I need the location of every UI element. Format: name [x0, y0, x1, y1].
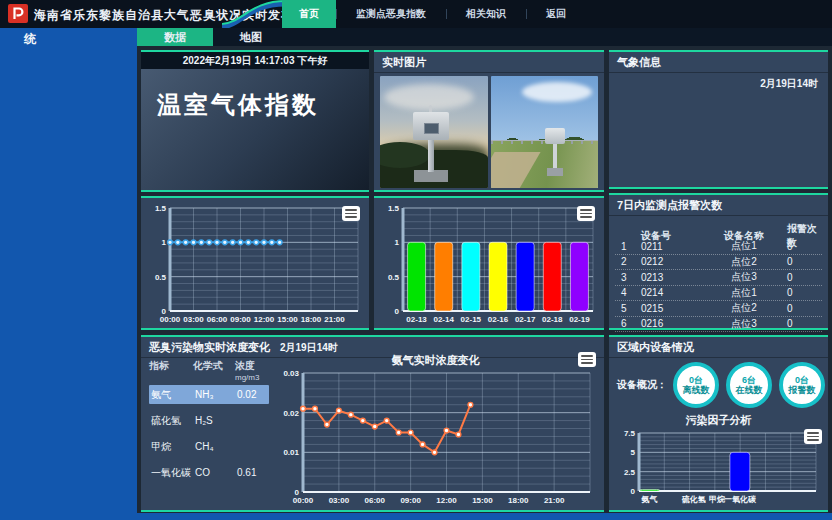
svg-text:一氧化碳: 一氧化碳 [724, 495, 757, 504]
view-tabs: 数据 地图 [137, 28, 289, 46]
svg-text:1.5: 1.5 [388, 204, 400, 213]
svg-text:06:00: 06:00 [207, 315, 228, 324]
devices-panel-title: 区域内设备情况 [609, 337, 828, 358]
svg-text:7.5: 7.5 [624, 429, 636, 438]
svg-text:15:00: 15:00 [472, 496, 493, 505]
pollutant-row-ch4[interactable]: 甲烷 CH₄ [149, 437, 269, 456]
pollutant-row-nh3[interactable]: 氨气 NH₃ 0.02 [149, 385, 269, 404]
nh3-chart-title: 氨气实时浓度变化 [273, 353, 598, 368]
svg-text:12:00: 12:00 [436, 496, 457, 505]
weather-panel-title: 气象信息 [609, 52, 828, 73]
svg-text:00:00: 00:00 [160, 315, 181, 324]
device-overview-label: 设备概况： [609, 378, 673, 392]
svg-text:03:00: 03:00 [329, 496, 350, 505]
table-row: 10211 点位10 [615, 239, 822, 255]
pollutant-table: 指标 化学式 浓度 mg/m3 氨气 NH₃ 0.02 硫化氢 H₂S 甲烷 C… [149, 359, 269, 489]
realtime-photos-panel: 实时图片 [374, 50, 604, 192]
table-row: 40214 点位10 [615, 286, 822, 302]
svg-text:0: 0 [631, 487, 636, 496]
alarm-table-header: 设备号 设备名称 报警次数 [615, 222, 822, 239]
svg-text:09:00: 09:00 [400, 496, 421, 505]
svg-text:0.02: 0.02 [283, 409, 299, 418]
device-overview: 设备概况： 0台 离线数 6台 在线数 0台 报警数 [609, 359, 828, 411]
datetime-bar: 2022年2月19日 14:17:03 下午好 [141, 52, 369, 69]
nav-item-back[interactable]: 返回 [526, 0, 586, 28]
svg-text:1.5: 1.5 [155, 204, 167, 213]
pollutant-unit: mg/m3 [149, 373, 269, 382]
greenhouse-index-panel: 2022年2月19日 14:17:03 下午好 温室气体指数 [141, 50, 369, 192]
online-count-badge: 6台 在线数 [726, 362, 772, 408]
svg-text:02-16: 02-16 [488, 315, 509, 324]
pollutant-row-co[interactable]: 一氧化碳 CO 0.61 [149, 463, 269, 482]
svg-text:5: 5 [631, 448, 636, 457]
pollutant-row-h2s[interactable]: 硫化氢 H₂S [149, 411, 269, 430]
svg-text:09:00: 09:00 [230, 315, 251, 324]
station-photo-2 [491, 76, 599, 188]
svg-text:0.5: 0.5 [388, 273, 400, 282]
pollutant-table-header: 指标 化学式 浓度 [149, 359, 269, 373]
svg-text:1: 1 [162, 238, 167, 247]
alarm-counts-panel: 7日内监测点报警次数 设备号 设备名称 报警次数 10211 点位10 2021… [609, 193, 828, 330]
alarm-panel-title: 7日内监测点报警次数 [609, 195, 828, 216]
alarm-count-badge: 0台 报警数 [779, 362, 825, 408]
title-wrap-text: 统 [24, 31, 36, 48]
greenhouse-index-title: 温室气体指数 [157, 89, 369, 121]
main-nav: 首页 监测点恶臭指数 相关知识 返回 [282, 0, 586, 28]
svg-text:02-19: 02-19 [569, 315, 590, 324]
alarm-table: 设备号 设备名称 报警次数 10211 点位10 20212 点位20 3021… [609, 216, 828, 332]
weather-info-panel: 气象信息 2月19日14时 [609, 50, 828, 189]
greenhouse-index-chart-panel: 00.511.500:0003:0006:0009:0012:0015:0018… [141, 196, 369, 330]
svg-text:1: 1 [395, 238, 400, 247]
photo-row [374, 73, 604, 191]
svg-text:2.5: 2.5 [624, 468, 636, 477]
chart-toolbox-icon[interactable] [578, 352, 596, 367]
daily-index-chart-panel: 00.511.502-1302-1402-1502-1602-1702-1802… [374, 196, 604, 330]
table-row: 30213 点位30 [615, 270, 822, 286]
table-row: 50215 点位20 [615, 301, 822, 317]
pollution-factor-chart: 02.557.5氨气硫化氢甲烷一氧化碳 [613, 427, 824, 505]
svg-text:02-13: 02-13 [406, 315, 427, 324]
daily-index-chart: 00.511.502-1302-1402-1502-1602-1702-1802… [377, 202, 601, 325]
svg-text:0.01: 0.01 [283, 448, 299, 457]
svg-text:12:00: 12:00 [254, 315, 275, 324]
chart-toolbox-icon[interactable] [577, 206, 595, 221]
chart-toolbox-icon[interactable] [804, 429, 822, 444]
svg-text:0: 0 [395, 307, 400, 316]
svg-text:02-17: 02-17 [515, 315, 536, 324]
svg-text:00:00: 00:00 [293, 496, 314, 505]
photos-panel-title: 实时图片 [374, 52, 604, 73]
svg-text:18:00: 18:00 [301, 315, 322, 324]
nav-item-odor-index[interactable]: 监测点恶臭指数 [336, 0, 446, 28]
nav-item-home[interactable]: 首页 [282, 0, 336, 28]
tab-data[interactable]: 数据 [137, 28, 213, 46]
table-row: 60216 点位30 [615, 317, 822, 333]
svg-text:02-14: 02-14 [433, 315, 454, 324]
pollutants-panel-title: 恶臭污染物实时浓度变化 [149, 340, 270, 355]
swoosh-decoration [222, 0, 286, 28]
svg-text:氨气: 氨气 [641, 495, 658, 504]
pollutants-realtime-panel: 恶臭污染物实时浓度变化 2月19日14时 指标 化学式 浓度 mg/m3 氨气 … [141, 335, 604, 512]
factor-analysis-title: 污染因子分析 [609, 413, 828, 428]
greenhouse-index-chart: 00.511.500:0003:0006:0009:0012:0015:0018… [144, 202, 366, 325]
top-title-bar: 海南省乐东黎族自治县大气恶臭状况实时发布系 首页 监测点恶臭指数 相关知识 返回 [0, 0, 832, 28]
svg-text:0.5: 0.5 [155, 273, 167, 282]
nh3-realtime-chart: 00.010.020.0300:0003:0006:0009:0012:0015… [273, 367, 598, 506]
area-devices-panel: 区域内设备情况 设备概况： 0台 离线数 6台 在线数 0台 报警数 污染因子分… [609, 335, 828, 512]
svg-text:02-18: 02-18 [542, 315, 563, 324]
nav-item-knowledge[interactable]: 相关知识 [446, 0, 526, 28]
station-photo-1 [380, 76, 488, 188]
svg-text:硫化氢: 硫化氢 [681, 495, 706, 504]
svg-text:03:00: 03:00 [183, 315, 204, 324]
logo-icon [12, 7, 24, 20]
svg-text:21:00: 21:00 [324, 315, 345, 324]
svg-text:06:00: 06:00 [365, 496, 386, 505]
svg-text:21:00: 21:00 [544, 496, 565, 505]
device-stat-circles: 0台 离线数 6台 在线数 0台 报警数 [673, 362, 825, 408]
left-sidebar: 统 [0, 28, 137, 520]
table-row: 20212 点位20 [615, 255, 822, 271]
chart-toolbox-icon[interactable] [342, 206, 360, 221]
nh3-chart-area: 氨气实时浓度变化 00.010.020.0300:0003:0006:0009:… [273, 353, 598, 506]
app-logo [8, 4, 28, 23]
tab-map[interactable]: 地图 [213, 28, 289, 46]
weather-time: 2月19日14时 [609, 73, 828, 95]
